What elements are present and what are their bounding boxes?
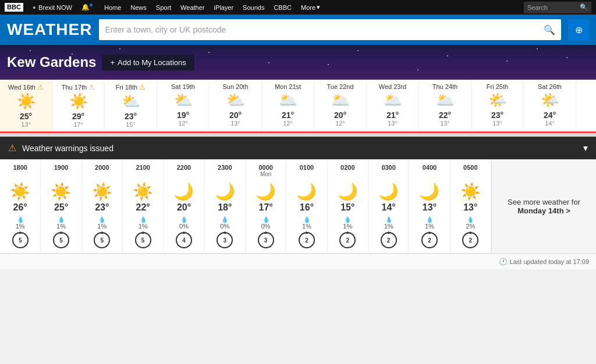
weather-brand-title: WEATHER [7, 20, 92, 39]
hourly-col-11: 0500 x ☀️ 13° 💧 2% ▲ 2 [450, 159, 491, 253]
precipitation-percent: 1% [371, 223, 406, 230]
top-search-input[interactable] [527, 4, 580, 11]
warning-icon: ⚠ [8, 142, 16, 154]
add-location-button[interactable]: + Add to My Locations [102, 55, 194, 70]
footer-bar: 🕐 Last updated today at 17:09 [0, 254, 596, 269]
nav-item-sport[interactable]: Sport [151, 0, 176, 15]
nav-item-weather[interactable]: Weather [176, 0, 209, 15]
day-label: Fri 25th [476, 83, 519, 90]
wind-circle: ▲ 5 [94, 232, 110, 248]
precipitation-icon: 💧 [2, 216, 38, 223]
temp-low: 15° [109, 121, 152, 128]
temperature: 14° [371, 202, 406, 213]
nav-item-news[interactable]: News [126, 0, 151, 15]
weather-icon: ☀️ [57, 92, 100, 110]
forecast-day-5[interactable]: Mon 21st 🌥️ 21° 12° [262, 80, 314, 131]
weather-icon: 🌙 [207, 182, 243, 201]
temp-high: 25° [5, 112, 47, 121]
weather-search-icon[interactable]: 🔍 [544, 24, 555, 35]
top-search-bar: 🔍 [524, 2, 591, 13]
weather-location-button[interactable]: ⊕ [568, 19, 589, 40]
weather-icon: 🌤️ [476, 91, 519, 109]
wind-speed: 5 [59, 237, 63, 244]
nav-item-brexit[interactable]: ● Brexit NOW [28, 0, 77, 15]
weather-icon: ⛅ [214, 91, 257, 109]
chevron-down-icon: ▾ [317, 3, 320, 11]
forecast-day-9[interactable]: Fri 25th 🌤️ 23° 13° [471, 80, 524, 131]
wind-arrow-icon: ▲ [386, 230, 391, 235]
weather-icon: ☀️ [453, 182, 488, 201]
precipitation-percent: 2% [453, 223, 488, 230]
top-search-button[interactable]: 🔍 [580, 3, 588, 11]
weather-icon: ☀️ [84, 182, 120, 201]
time-label: 0300 [371, 164, 406, 171]
time-label: 0400 [411, 164, 447, 171]
precipitation-percent: 0% [248, 223, 283, 230]
forecast-day-7[interactable]: Wed 23rd 🌥️ 21° 13° [367, 80, 419, 131]
wind-circle: ▲ 2 [381, 232, 397, 248]
day-label: Sat 26th [528, 83, 571, 90]
wind-circle: ▲ 2 [462, 232, 478, 248]
warnings-bar[interactable]: ⚠ Weather warnings issued ▾ [0, 137, 596, 159]
weather-header: WEATHER 🔍 ⊕ [0, 15, 596, 45]
precipitation-icon: 💧 [453, 216, 488, 223]
day-label: Fri 18th ⚠ [109, 83, 152, 91]
weather-icon: 🌤️ [528, 91, 571, 109]
location-banner: Kew Gardens + Add to My Locations [0, 45, 596, 80]
time-label: 2300 [207, 164, 243, 171]
bbc-logo[interactable]: BBC [5, 3, 23, 12]
weather-search-container: 🔍 [99, 19, 561, 40]
temp-high: 22° [424, 110, 466, 120]
precipitation-percent: 1% [84, 223, 120, 230]
day-label: Mon 21st [267, 83, 309, 90]
forecast-day-4[interactable]: Sun 20th ⛅ 20° 13° [210, 80, 262, 131]
time-label: 0200 [330, 164, 366, 171]
warning-icon: ⚠ [139, 83, 146, 91]
location-name: Kew Gardens [7, 54, 96, 70]
forecast-day-10[interactable]: Sat 26th 🌤️ 24° 14° [524, 80, 576, 131]
precipitation-percent: 1% [289, 223, 324, 230]
wind-arrow-icon: ▲ [18, 230, 23, 235]
forecast-day-3[interactable]: Sat 19th ⛅ 19° 12° [157, 80, 210, 131]
weather-icon: ⛅ [162, 91, 204, 109]
wind-circle: ▲ 5 [53, 232, 69, 248]
wind-arrow-icon: ▲ [222, 230, 227, 235]
last-updated-text: Last updated today at 17:09 [510, 258, 589, 265]
weather-search-input[interactable] [105, 25, 544, 34]
forecast-day-6[interactable]: Tue 22nd 🌥️ 20° 12° [314, 80, 367, 131]
hourly-col-0: 1800 x ☀️ 26° 💧 1% ▲ 5 [0, 159, 41, 253]
see-more-panel: See more weather for Monday 14th > [491, 159, 596, 253]
nav-item-cbbc[interactable]: CBBC [269, 0, 296, 15]
weather-icon: ☀️ [125, 182, 161, 201]
forecast-day-2[interactable]: Fri 18th ⚠ ⛅ 23° 15° [105, 80, 157, 131]
wind-arrow-icon: ▲ [141, 230, 146, 235]
temp-low: 12° [162, 120, 204, 127]
day-label: Wed 16th ⚠ [5, 83, 47, 91]
precipitation-percent: 0% [166, 223, 201, 230]
precipitation-icon: 💧 [330, 216, 366, 223]
day-sub: Mon [248, 171, 283, 177]
forecast-day-1[interactable]: Thu 17th ⚠ ☀️ 29° 17° [52, 80, 105, 131]
hourly-col-10: 0400 x 🌙 13° 💧 1% ▲ 2 [409, 159, 450, 253]
weather-icon: ☀️ [2, 182, 38, 201]
nav-item-bell[interactable]: 🔔 [77, 0, 100, 15]
wind-circle: ▲ 4 [176, 232, 192, 248]
nav-item-more[interactable]: More ▾ [296, 0, 325, 15]
nav-item-iplayer[interactable]: iPlayer [209, 0, 238, 15]
temp-low: 13° [371, 120, 414, 127]
nav-item-home[interactable]: Home [100, 0, 126, 15]
hourly-section: 1800 x ☀️ 26° 💧 1% ▲ 5 1900 x ☀️ 25° 💧 1… [0, 159, 596, 254]
wind-speed: 4 [182, 237, 186, 244]
temperature: 20° [166, 202, 201, 213]
warning-icon: ⚠ [37, 83, 44, 91]
wind-speed: 2 [469, 237, 472, 244]
forecast-day-8[interactable]: Thu 24th 🌥️ 22° 13° [419, 80, 471, 131]
temp-low: 13° [476, 120, 519, 127]
forecast-day-0[interactable]: Wed 16th ⚠ ☀️ 25° 13° [0, 80, 52, 131]
see-more-link[interactable]: Monday 14th > [517, 206, 570, 215]
temp-high: 24° [528, 110, 571, 120]
wind-speed: 2 [387, 237, 391, 244]
wind-speed: 5 [141, 237, 145, 244]
nav-item-sounds[interactable]: Sounds [238, 0, 269, 15]
precipitation-percent: 0% [207, 223, 243, 230]
